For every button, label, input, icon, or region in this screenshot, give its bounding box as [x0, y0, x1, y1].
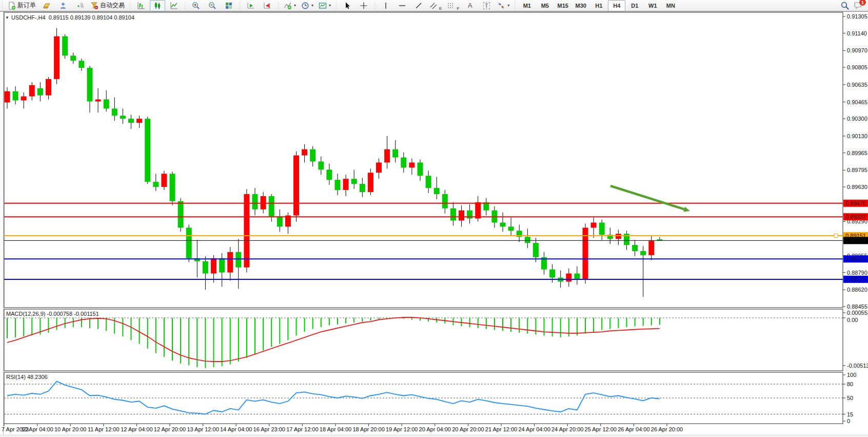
symbol-dropdown-icon[interactable]: ▼	[5, 15, 9, 20]
chart-window: 0.913050.911400.909700.908050.906350.904…	[0, 11, 868, 436]
candlestick-icon	[153, 2, 162, 10]
svg-text:0.88723: 0.88723	[845, 276, 866, 282]
svg-text:12 Apr 04:00: 12 Apr 04:00	[121, 426, 152, 432]
svg-text:11 Apr 12:00: 11 Apr 12:00	[88, 426, 120, 432]
fibonacci-tag: F	[457, 6, 459, 11]
tile-windows-button[interactable]	[221, 0, 236, 11]
svg-text:26 Apr 04:00: 26 Apr 04:00	[618, 426, 649, 432]
periods-button[interactable]: ▾	[299, 0, 315, 11]
bars-icon	[137, 2, 145, 10]
template-icon	[319, 2, 327, 10]
new-order-icon	[8, 2, 16, 10]
market-depth-button[interactable]	[39, 0, 54, 11]
svg-text:80: 80	[847, 381, 853, 387]
svg-text:18 Apr 04:00: 18 Apr 04:00	[320, 426, 351, 432]
cursor-icon	[343, 2, 351, 10]
timeframe-group: M1M5M15M30H1H4D1W1MN	[518, 0, 679, 11]
timeframe-button-M15[interactable]: M15	[554, 0, 571, 11]
channel-icon	[429, 2, 438, 10]
fibonacci-button[interactable]: F	[445, 0, 461, 11]
toolbar-separator	[277, 1, 280, 10]
trendline-button[interactable]	[411, 0, 426, 11]
svg-text:13 Apr 12:00: 13 Apr 12:00	[187, 426, 219, 432]
svg-text:25 Apr 12:00: 25 Apr 12:00	[585, 426, 617, 432]
svg-text:0.89630: 0.89630	[847, 184, 867, 190]
timeframe-button-M30[interactable]: M30	[572, 0, 589, 11]
trendline-icon	[415, 2, 423, 10]
svg-text:10 Apr 20:00: 10 Apr 20:00	[54, 426, 86, 432]
svg-text:0.000552: 0.000552	[847, 310, 868, 316]
svg-text:0.90465: 0.90465	[847, 99, 867, 105]
line-chart-button[interactable]	[166, 0, 182, 11]
zoom-in-button[interactable]	[188, 0, 204, 11]
svg-text:0.89104: 0.89104	[845, 237, 866, 243]
notifications-chat-icon[interactable]: 1	[854, 1, 863, 10]
text-tool-icon: A	[468, 2, 472, 9]
candlestick-chart-button[interactable]	[150, 0, 165, 11]
new-order-button[interactable]: 新订单	[6, 0, 38, 11]
crosshair-icon	[360, 2, 368, 10]
mql5-community-button[interactable]	[55, 0, 71, 11]
arrows-button[interactable]: ▾	[495, 0, 511, 11]
svg-text:26 Apr 20:00: 26 Apr 20:00	[651, 426, 683, 432]
arrows-icon	[497, 2, 505, 10]
timeframe-button-H1[interactable]: H1	[590, 0, 607, 11]
svg-text:0.88455: 0.88455	[847, 303, 867, 310]
indicators-icon	[284, 2, 292, 10]
chevron-down-icon: ▾	[311, 3, 313, 8]
line-chart-icon	[170, 2, 178, 10]
bar-chart-button[interactable]	[133, 0, 149, 11]
svg-text:0.89965: 0.89965	[847, 150, 867, 156]
svg-text:0.00: 0.00	[847, 317, 858, 323]
chart-shift-button[interactable]	[260, 0, 275, 11]
svg-text:0.90970: 0.90970	[847, 47, 867, 53]
templates-button[interactable]: ▾	[317, 0, 333, 11]
timeframe-button-W1[interactable]: W1	[644, 0, 661, 11]
auto-scroll-button[interactable]	[243, 0, 259, 11]
clock-icon	[301, 2, 309, 10]
horizontal-line-button[interactable]	[394, 0, 410, 11]
rsi-indicator-label: RSI(14) 48.2306	[6, 374, 48, 380]
timeframe-button-MN[interactable]: MN	[662, 0, 679, 11]
timeframe-button-H4[interactable]: H4	[608, 0, 625, 11]
autotrading-button[interactable]: 自动交易	[88, 0, 127, 11]
tile-windows-icon	[225, 2, 233, 10]
svg-text:16 Apr 23:00: 16 Apr 23:00	[253, 426, 285, 432]
svg-text:0.88620: 0.88620	[847, 287, 867, 293]
autotrading-icon	[90, 2, 98, 10]
zoom-out-icon	[208, 2, 216, 10]
toolbar-separator	[334, 1, 338, 10]
svg-text:19 Apr 12:00: 19 Apr 12:00	[386, 426, 418, 432]
timeframe-button-D1[interactable]: D1	[626, 0, 643, 11]
channel-tag: E	[439, 6, 442, 11]
zoom-out-button[interactable]	[205, 0, 220, 11]
text-tool-button[interactable]: A	[462, 0, 478, 11]
crosshair-button[interactable]	[356, 0, 371, 11]
auto-scroll-icon	[247, 2, 255, 10]
svg-text:0.91140: 0.91140	[847, 30, 867, 36]
svg-text:18 Apr 20:00: 18 Apr 20:00	[352, 426, 384, 432]
svg-text:0: 0	[847, 418, 850, 424]
search-icon[interactable]	[840, 1, 850, 10]
price-chart-canvas[interactable]: 0.913050.911400.909700.908050.906350.904…	[0, 11, 868, 436]
signal-icon	[75, 2, 84, 10]
signals-button[interactable]	[72, 0, 87, 11]
chevron-down-icon: ▾	[507, 3, 509, 8]
timeframe-button-M1[interactable]: M1	[518, 0, 536, 11]
svg-text:12 Apr 20:00: 12 Apr 20:00	[154, 426, 186, 432]
text-label-icon: T	[483, 2, 490, 9]
person-icon	[59, 2, 67, 10]
vertical-line-button[interactable]	[378, 0, 393, 11]
symbol-title[interactable]: ▼USDCHF-,H4 0.89115 0.89139 0.89104 0.89…	[5, 14, 134, 21]
chevron-down-icon: ▾	[294, 3, 296, 8]
svg-text:0.90300: 0.90300	[847, 116, 867, 122]
new-order-label: 新订单	[17, 1, 36, 10]
text-label-button[interactable]: T	[479, 0, 494, 11]
timeframe-button-M5[interactable]: M5	[536, 0, 554, 11]
svg-text:50: 50	[847, 395, 853, 401]
main-toolbar: 新订单 自动交易 ▾ ▾	[0, 0, 868, 11]
gold-chip-icon	[43, 2, 51, 10]
indicators-button[interactable]: ▾	[282, 0, 298, 11]
equidistant-channel-button[interactable]: E	[427, 0, 444, 11]
cursor-button[interactable]	[340, 0, 355, 11]
